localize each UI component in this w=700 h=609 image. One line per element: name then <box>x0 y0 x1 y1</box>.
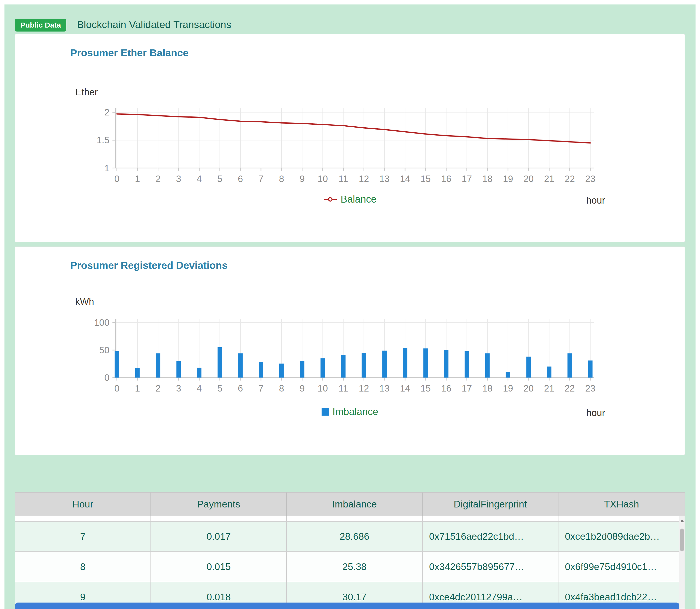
cell-payments: 0.015 <box>151 552 287 582</box>
svg-text:10: 10 <box>318 383 328 394</box>
svg-text:14: 14 <box>400 174 410 184</box>
svg-text:22: 22 <box>565 383 575 394</box>
balance-legend-row: Balance <box>15 194 685 205</box>
svg-text:0: 0 <box>114 174 119 184</box>
svg-text:13: 13 <box>379 383 390 394</box>
next-section-panel-edge[interactable] <box>15 603 679 609</box>
cell-imbalance: 25.38 <box>287 552 423 582</box>
page-title: Blockchain Validated Transactions <box>77 19 231 31</box>
svg-text:6: 6 <box>238 383 243 394</box>
svg-text:10: 10 <box>318 174 328 184</box>
svg-text:9: 9 <box>300 383 305 394</box>
svg-text:1: 1 <box>135 174 140 184</box>
svg-text:21: 21 <box>544 383 554 394</box>
svg-text:2: 2 <box>155 383 161 394</box>
cell-digital-fingerprint: 0x3426557b895677… <box>423 552 559 582</box>
svg-text:1: 1 <box>135 383 140 394</box>
cell-payments: 0.017 <box>151 522 287 552</box>
scrollbar-thumb[interactable] <box>680 528 684 552</box>
svg-text:15: 15 <box>421 383 431 394</box>
balance-line-marker-icon <box>323 197 337 202</box>
svg-text:0: 0 <box>104 373 109 383</box>
svg-text:13: 13 <box>379 174 390 184</box>
svg-text:5: 5 <box>217 383 222 394</box>
svg-text:19: 19 <box>503 174 513 184</box>
imbalance-legend-swatch-icon <box>322 408 329 416</box>
svg-text:7: 7 <box>258 174 264 184</box>
cell-digital-fingerprint: 0x71516aed22c1bd… <box>423 522 559 552</box>
deviations-bar-chart[interactable]: 0501000123456789101112131415161718192021… <box>15 247 685 455</box>
svg-text:16: 16 <box>441 174 451 184</box>
svg-text:20: 20 <box>524 174 534 184</box>
svg-text:12: 12 <box>359 174 369 184</box>
scroll-up-button[interactable] <box>679 516 685 526</box>
balance-legend-item[interactable]: Balance <box>323 194 377 205</box>
svg-text:21: 21 <box>544 174 554 184</box>
cell-hour: 8 <box>15 552 151 582</box>
svg-text:8: 8 <box>279 174 284 184</box>
svg-text:6: 6 <box>238 174 243 184</box>
header-cell-payments: Payments <box>151 492 287 516</box>
balance-line-chart[interactable]: 11.5201234567891011121314151617181920212… <box>15 34 685 242</box>
svg-text:20: 20 <box>524 383 534 394</box>
svg-text:17: 17 <box>462 383 472 394</box>
table-row: 8 0.015 25.38 0x3426557b895677… 0x6f99e7… <box>15 552 685 582</box>
table-row: 7 0.017 28.686 0x71516aed22c1bd… 0xce1b2… <box>15 522 685 552</box>
partial-cell <box>151 516 287 521</box>
header-cell-digitalfingerprint: DigitalFingerprint <box>423 492 559 516</box>
svg-text:18: 18 <box>482 174 492 184</box>
partial-cell <box>423 516 559 521</box>
svg-text:2: 2 <box>104 107 109 118</box>
deviations-chart-card: Prosumer Registered Deviations kWh 05010… <box>15 246 685 455</box>
cell-txhash: 0xce1b2d089dae2b… <box>559 522 685 552</box>
svg-text:1.5: 1.5 <box>97 135 109 145</box>
svg-text:11: 11 <box>339 383 348 394</box>
svg-text:2: 2 <box>155 174 161 184</box>
svg-text:50: 50 <box>99 345 109 355</box>
table-body: 7 0.017 28.686 0x71516aed22c1bd… 0xce1b2… <box>15 516 685 609</box>
svg-text:17: 17 <box>462 174 472 184</box>
transactions-table: Hour Payments Imbalance DigitalFingerpri… <box>15 492 685 609</box>
partial-cell <box>559 516 685 521</box>
deviations-legend-label: Imbalance <box>332 406 378 417</box>
cell-imbalance: 28.686 <box>287 522 423 552</box>
svg-text:22: 22 <box>565 174 575 184</box>
deviations-legend-row: Imbalance <box>15 406 685 417</box>
svg-text:3: 3 <box>176 383 181 394</box>
svg-text:4: 4 <box>197 383 202 394</box>
svg-text:15: 15 <box>421 174 431 184</box>
balance-legend-label: Balance <box>341 194 377 205</box>
table-header-row: Hour Payments Imbalance DigitalFingerpri… <box>15 492 685 516</box>
deviations-legend-item[interactable]: Imbalance <box>322 406 378 417</box>
header-cell-hour: Hour <box>15 492 151 516</box>
table-vertical-scrollbar[interactable] <box>679 516 685 609</box>
svg-text:5: 5 <box>217 174 222 184</box>
svg-text:18: 18 <box>482 383 492 394</box>
header-cell-txhash: TXHash <box>559 492 685 516</box>
svg-text:19: 19 <box>503 383 513 394</box>
svg-text:8: 8 <box>279 383 284 394</box>
svg-text:4: 4 <box>197 174 202 184</box>
svg-text:16: 16 <box>441 383 451 394</box>
svg-text:11: 11 <box>339 174 348 184</box>
svg-text:12: 12 <box>359 383 369 394</box>
ether-balance-chart-card: Prosumer Ether Balance Ether 11.52012345… <box>15 34 685 242</box>
svg-text:7: 7 <box>258 383 264 394</box>
cell-txhash: 0x6f99e75d4910c1… <box>559 552 685 582</box>
cell-hour: 7 <box>15 522 151 552</box>
dashboard-page: Public Data Blockchain Validated Transac… <box>0 0 700 609</box>
header-cell-imbalance: Imbalance <box>287 492 423 516</box>
svg-text:14: 14 <box>400 383 410 394</box>
partial-cell <box>287 516 423 521</box>
public-data-badge: Public Data <box>15 19 66 32</box>
svg-text:1: 1 <box>104 163 109 173</box>
svg-text:9: 9 <box>300 174 305 184</box>
partial-cell <box>15 516 151 521</box>
svg-text:100: 100 <box>94 317 109 328</box>
partial-scrolled-row <box>15 516 685 522</box>
svg-text:3: 3 <box>176 174 181 184</box>
arrow-up-icon <box>680 519 684 522</box>
svg-text:23: 23 <box>585 383 596 394</box>
svg-text:0: 0 <box>114 383 119 394</box>
svg-text:23: 23 <box>585 174 596 184</box>
